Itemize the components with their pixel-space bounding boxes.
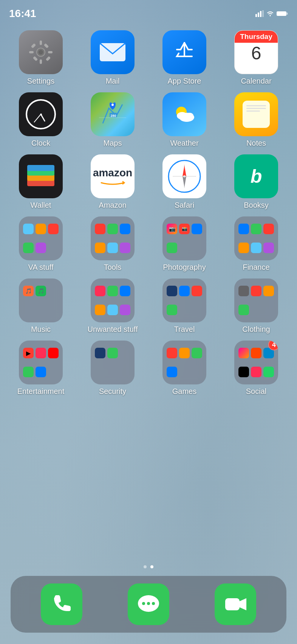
notes-label: Notes <box>246 138 266 148</box>
app-grid: Settings Mail App Store <box>7 30 290 396</box>
svg-rect-10 <box>48 51 53 53</box>
app-amazon[interactable]: amazon Amazon <box>79 154 147 210</box>
travel-label: Travel <box>174 325 195 334</box>
app-photography[interactable]: 📷 📸 Photography <box>150 216 218 272</box>
signal-icon <box>255 10 264 17</box>
app-maps[interactable]: 280 Maps <box>79 92 147 148</box>
notes-icon <box>234 92 278 136</box>
appstore-icon <box>162 30 206 74</box>
travel-icon <box>162 278 206 322</box>
app-booksy[interactable]: b Booksy <box>222 154 290 210</box>
app-entertainment[interactable]: ▶ Entertainment <box>7 341 75 396</box>
svg-point-40 <box>152 602 155 605</box>
safari-icon <box>162 154 206 198</box>
dock-facetime[interactable] <box>215 583 256 625</box>
app-tools[interactable]: Tools <box>79 216 147 272</box>
games-icon <box>162 341 206 384</box>
tools-label: Tools <box>104 263 122 272</box>
svg-rect-0 <box>255 14 257 17</box>
svg-point-16 <box>39 50 43 54</box>
social-label: Social <box>246 387 266 396</box>
svg-rect-5 <box>287 12 288 15</box>
clock-label: Clock <box>31 138 50 148</box>
dock-phone[interactable] <box>41 583 82 625</box>
dock-messages[interactable] <box>128 583 169 625</box>
booksy-icon: b <box>234 154 278 198</box>
wallet-icon <box>19 154 63 198</box>
app-music[interactable]: 🎵 🎵 Music <box>7 278 75 334</box>
app-va-stuff[interactable]: VA stuff <box>7 216 75 272</box>
settings-label: Settings <box>27 76 54 86</box>
clothing-icon <box>234 278 278 322</box>
calendar-day-name: Thursday <box>235 31 278 43</box>
entertainment-label: Entertainment <box>17 387 65 396</box>
svg-point-38 <box>142 602 145 605</box>
app-notes[interactable]: Notes <box>222 92 290 148</box>
clothing-label: Clothing <box>242 325 270 334</box>
mail-label: Mail <box>106 76 120 86</box>
svg-rect-12 <box>46 56 51 61</box>
app-games[interactable]: Games <box>150 341 218 396</box>
app-travel[interactable]: Travel <box>150 278 218 334</box>
app-settings[interactable]: Settings <box>7 30 75 86</box>
svg-point-25 <box>186 113 193 119</box>
va-stuff-label: VA stuff <box>28 263 53 272</box>
security-label: Security <box>99 387 126 396</box>
page-dot-1[interactable] <box>144 565 147 568</box>
app-wallet[interactable]: Wallet <box>7 154 75 210</box>
svg-point-24 <box>177 112 187 120</box>
games-label: Games <box>172 387 196 396</box>
app-clock[interactable]: Clock <box>7 92 75 148</box>
messages-icon <box>128 583 169 625</box>
svg-rect-3 <box>262 10 264 17</box>
page-dot-2[interactable] <box>150 565 153 568</box>
status-icons <box>255 10 288 17</box>
svg-rect-8 <box>40 59 42 64</box>
status-bar: 16:41 <box>0 0 297 23</box>
svg-rect-14 <box>33 56 38 61</box>
photography-icon: 📷 📸 <box>162 216 206 260</box>
app-calendar[interactable]: Thursday 6 Calendar <box>222 30 290 86</box>
svg-rect-13 <box>44 43 49 48</box>
va-stuff-icon <box>19 216 63 260</box>
app-clothing[interactable]: Clothing <box>222 278 290 334</box>
dock <box>11 576 286 633</box>
svg-rect-2 <box>260 11 261 17</box>
social-icon: 4 <box>234 341 278 384</box>
entertainment-icon: ▶ <box>19 341 63 384</box>
unwanted-icon <box>91 278 135 322</box>
app-mail[interactable]: Mail <box>79 30 147 86</box>
maps-label: Maps <box>104 138 122 148</box>
phone-icon <box>41 583 82 625</box>
svg-marker-42 <box>240 598 246 610</box>
security-icon <box>91 341 135 384</box>
finance-icon <box>234 216 278 260</box>
clock-icon <box>19 92 63 136</box>
facetime-icon <box>215 583 256 625</box>
maps-icon: 280 <box>91 92 135 136</box>
calendar-icon: Thursday 6 <box>234 30 278 74</box>
app-security[interactable]: Security <box>79 341 147 396</box>
svg-rect-1 <box>258 12 259 17</box>
finance-label: Finance <box>243 263 269 272</box>
clock-min-hand <box>34 114 41 123</box>
battery-icon <box>277 11 288 17</box>
mail-icon <box>91 30 135 74</box>
music-label: Music <box>31 325 51 334</box>
app-appstore[interactable]: App Store <box>150 30 218 86</box>
booksy-label: Booksy <box>244 201 269 210</box>
app-social[interactable]: 4 Social <box>222 341 290 396</box>
app-weather[interactable]: Weather <box>150 92 218 148</box>
status-time: 16:41 <box>9 8 36 20</box>
svg-rect-9 <box>29 51 34 53</box>
tools-icon <box>91 216 135 260</box>
svg-rect-7 <box>40 40 42 45</box>
music-icon: 🎵 🎵 <box>19 278 63 322</box>
wifi-icon <box>266 11 274 17</box>
app-unwanted[interactable]: Unwanted stuff <box>79 278 147 334</box>
svg-rect-4 <box>277 11 286 16</box>
appstore-label: App Store <box>168 76 201 86</box>
app-finance[interactable]: Finance <box>222 216 290 272</box>
unwanted-label: Unwanted stuff <box>87 325 138 334</box>
app-safari[interactable]: Safari <box>150 154 218 210</box>
